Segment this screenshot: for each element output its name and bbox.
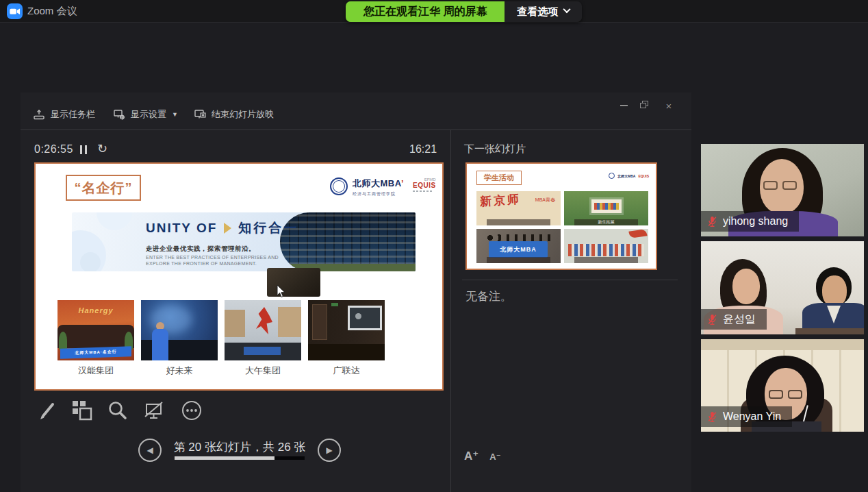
show-taskbar-button[interactable]: 显示任务栏 (33, 106, 95, 123)
photo-caption-strip (487, 257, 551, 263)
font-smaller-button[interactable]: A⁻ (489, 452, 500, 462)
toolbar-divider (21, 130, 691, 130)
view-options-label: 查看选项 (517, 1, 558, 22)
video-tile-wenyan-yin[interactable]: Wenyan Yin (701, 339, 864, 432)
participant-name: yihong shang (723, 215, 788, 227)
pane-divider (450, 130, 451, 492)
equis-text: EQUIS (413, 182, 436, 189)
chevron-down-icon (563, 5, 571, 13)
view-options-button[interactable]: 查看选项 (505, 1, 582, 22)
pen-icon (37, 399, 59, 421)
end-slideshow-icon (194, 108, 206, 121)
photo-banner-text: 北师大MBA·名企行 (60, 346, 131, 359)
presenter-window: × 显示任务栏 显示设置 ▼ (21, 93, 691, 492)
next-slide-photo-grid: 新京师 MBA青春 新生拓展 北师大MBA (476, 191, 649, 263)
pause-timer-button[interactable] (80, 145, 87, 154)
photo-caption-strip (487, 219, 551, 225)
end-slideshow-label: 结束幻灯片放映 (212, 108, 274, 121)
next-slide-label: 下一张幻灯片 (464, 143, 526, 156)
current-slide[interactable]: “名企行” 北师大MBA’ 经济与工商管理学院 EFMD EQUIS (34, 162, 444, 391)
top-bar: Zoom 会议 您正在观看江华 周的屏幕 查看选项 (0, 0, 868, 23)
close-icon: × (666, 101, 672, 111)
university-emblem-icon (330, 177, 348, 195)
display-settings-label: 显示设置 (131, 108, 166, 121)
school-logo-text: 经济与工商管理学院 (353, 191, 404, 197)
headline-zh: 知行合一 (238, 219, 298, 237)
font-larger-button[interactable]: A⁺ (464, 449, 478, 463)
equis-logo: EFMD EQUIS (413, 177, 436, 192)
next-photo-race-team (564, 229, 648, 263)
next-photo-orientation: 新生拓展 (564, 191, 648, 225)
slide-subtitle-en: ENTER THE BEST PRACTICES OF ENTERPRISES … (146, 254, 279, 267)
mouse-cursor (277, 284, 286, 298)
mic-muted-icon (707, 410, 717, 423)
slide-grid-icon (71, 399, 93, 421)
next-slide-logos: 北师大MBA EQUIS (609, 173, 649, 179)
photo-caption: 大午集团 (225, 365, 301, 377)
slide-photo-glodon: 广联达 (308, 300, 385, 377)
magnifier-icon (107, 399, 129, 421)
hanergy-overlay-text: Hanergy (58, 306, 134, 315)
participant-name-bar: yihong shang (701, 211, 799, 232)
participant-name-bar: 윤성일 (701, 309, 767, 330)
zoom-meeting-window: Zoom 会议 您正在观看江华 周的屏幕 查看选项 × 显示任务栏 (0, 0, 868, 492)
app-title: Zoom 会议 (27, 5, 77, 18)
show-taskbar-label: 显示任务栏 (51, 108, 95, 121)
share-status-text: 您正在观看江华 周的屏幕 (346, 1, 505, 22)
photo-caption: 广联达 (308, 365, 385, 377)
photo-caption: 汉能集团 (58, 365, 134, 377)
video-tile-yun-seong-il[interactable]: 윤성일 (701, 241, 864, 334)
next-slide-preview[interactable]: 学生活动 北师大MBA EQUIS 新京师 MBA青春 新生拓展 (465, 162, 657, 270)
headline-en: UNITY OF (146, 221, 217, 236)
clock-time: 16:21 (409, 143, 437, 156)
slide-headline: UNITY OF 知行合一 (146, 219, 298, 237)
participant-video-scene (701, 339, 864, 350)
photo-caption-strip: 新生拓展 (574, 219, 639, 225)
more-options-icon (181, 399, 203, 421)
minimize-button[interactable] (616, 99, 631, 112)
restart-timer-button[interactable]: ↻ (97, 141, 107, 156)
participant-name-bar: Wenyan Yin (701, 406, 792, 427)
inset-photo (267, 268, 320, 297)
photo-caption-strip (574, 257, 639, 263)
pen-tool-button[interactable] (36, 398, 60, 423)
logo-mark: ’ (401, 178, 404, 188)
close-button[interactable]: × (661, 99, 676, 112)
mic-muted-icon (707, 215, 717, 228)
notes-text: 无备注。 (465, 288, 512, 304)
black-screen-button[interactable] (141, 398, 166, 423)
screen-share-banner: 您正在观看江华 周的屏幕 查看选项 (346, 1, 582, 22)
slide-progress-fill (175, 456, 275, 460)
next-slide-button[interactable]: ▶ (318, 439, 341, 462)
slide-photo-row: Hanergy 北师大MBA·名企行 汉能集团 好未 (58, 300, 385, 377)
slide-photo-hanergy: Hanergy 北师大MBA·名企行 汉能集团 (58, 300, 134, 377)
participant-name: 윤성일 (723, 312, 756, 327)
banner-text: 北师大MBA (489, 241, 548, 258)
zoom-slide-button[interactable] (105, 398, 130, 423)
notes-font-controls: A⁺ A⁻ (464, 449, 501, 463)
gold-chevron-icon (224, 223, 231, 234)
next-slide-title: 学生活动 (476, 171, 522, 185)
calligraphy-text: 新京师 (479, 191, 521, 210)
slide-subtitle-zh: 走进企业最优实践，探索管理前沿。 (146, 245, 255, 254)
elapsed-timer: 0:26:55 (34, 143, 73, 156)
caret-down-icon: ▼ (172, 111, 178, 118)
end-slideshow-button[interactable]: 结束幻灯片放映 (194, 106, 274, 123)
slide-title-box: “名企行” (66, 175, 141, 201)
next-photo-banner-group: 北师大MBA (476, 229, 561, 263)
taskbar-icon (33, 108, 45, 121)
slide-progress-bar (175, 456, 305, 460)
more-options-button[interactable] (179, 398, 204, 423)
restore-button[interactable] (638, 99, 653, 112)
slide-photo-tal: 好未来 (141, 300, 218, 377)
previous-slide-button[interactable]: ◀ (138, 439, 162, 462)
slide-hero-banner: UNITY OF 知行合一 走进企业最优实践，探索管理前沿。 ENTER THE… (72, 212, 416, 271)
see-all-slides-button[interactable] (70, 398, 94, 423)
video-tile-yihong-shang[interactable]: yihong shang (701, 144, 864, 236)
slide-position-label: 第 20 张幻灯片，共 26 张 (161, 439, 318, 455)
notes-divider (462, 280, 678, 280)
display-settings-button[interactable]: 显示设置 ▼ (113, 106, 178, 123)
next-photo-calligraphy: 新京师 MBA青春 (476, 191, 561, 225)
zoom-app-icon (7, 3, 23, 19)
university-logo-text: 北师大MBA (353, 178, 401, 188)
